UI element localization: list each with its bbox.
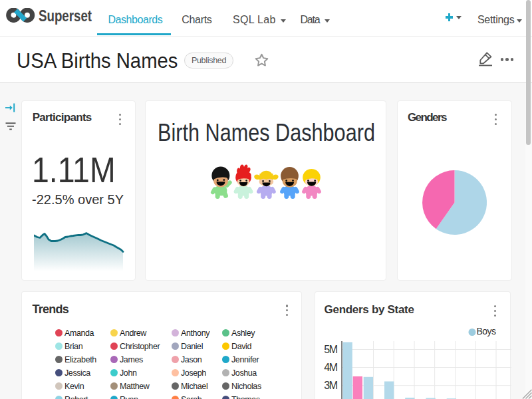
svg-text:5M: 5M [324, 344, 338, 355]
svg-text:Boys: Boys [477, 326, 497, 336]
svg-text:3M: 3M [324, 380, 338, 391]
svg-text:4M: 4M [324, 362, 338, 373]
